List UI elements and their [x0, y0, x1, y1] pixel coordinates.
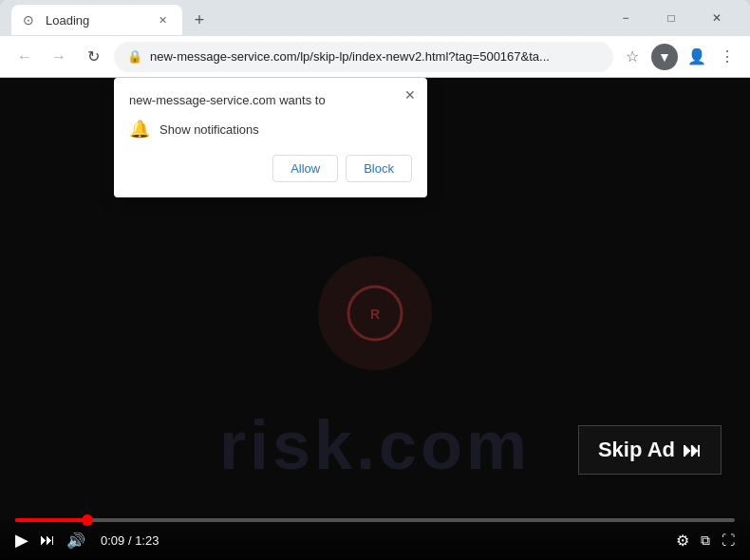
- progress-fill: [15, 518, 87, 522]
- controls-row: ▶ ⏭ 🔊 0:09 / 1:23 ⚙ ⧉ ⛶: [15, 530, 735, 551]
- tab-close-button[interactable]: ✕: [154, 11, 171, 28]
- allow-button[interactable]: Allow: [272, 155, 338, 182]
- bell-icon: 🔔: [129, 119, 150, 140]
- settings-button[interactable]: ⚙: [676, 532, 689, 550]
- video-controls: ▶ ⏭ 🔊 0:09 / 1:23 ⚙ ⧉ ⛶: [0, 511, 750, 560]
- refresh-button[interactable]: ↻: [80, 44, 106, 70]
- fullscreen-button[interactable]: ⛶: [722, 532, 735, 550]
- skip-ad-button[interactable]: Skip Ad ⏭: [578, 425, 722, 475]
- block-button[interactable]: Block: [346, 155, 412, 182]
- play-button[interactable]: ▶: [15, 530, 28, 551]
- progress-dot: [82, 514, 93, 526]
- volume-button[interactable]: 🔊: [66, 532, 85, 550]
- svg-text:R: R: [370, 307, 380, 322]
- close-button[interactable]: ✕: [695, 4, 739, 32]
- video-player[interactable]: risk.com R Skip Ad ⏭: [0, 78, 750, 560]
- forward-button[interactable]: →: [46, 44, 72, 70]
- bookmark-icon[interactable]: ☆: [621, 46, 644, 68]
- extension-icon[interactable]: ▼: [651, 44, 678, 70]
- content-area: risk.com R Skip Ad ⏭: [0, 78, 750, 560]
- minimize-button[interactable]: −: [604, 4, 647, 32]
- browser-window: ⊙ Loading ✕ + − □ ✕ ← → ↻ 🔒 new-message-…: [0, 0, 750, 560]
- watermark: risk.com: [219, 406, 531, 484]
- miniplayer-button[interactable]: ⧉: [701, 532, 710, 550]
- tab-favicon: ⊙: [23, 12, 38, 28]
- permission-row: 🔔 Show notifications: [129, 119, 412, 140]
- logo-overlay: R: [318, 256, 432, 370]
- permission-text: Show notifications: [159, 122, 259, 137]
- menu-icon[interactable]: ⋮: [716, 46, 739, 68]
- window-controls: − □ ✕: [604, 4, 739, 32]
- next-button[interactable]: ⏭: [40, 532, 55, 549]
- skip-icon: ⏭: [683, 439, 702, 461]
- notification-popup: ✕ new-message-service.com wants to 🔔 Sho…: [114, 78, 427, 197]
- new-tab-button[interactable]: +: [186, 7, 213, 33]
- title-bar: ⊙ Loading ✕ + − □ ✕: [0, 0, 750, 36]
- tab-bar: ⊙ Loading ✕ +: [11, 1, 604, 35]
- progress-bar[interactable]: [15, 518, 735, 522]
- active-tab[interactable]: ⊙ Loading ✕: [11, 5, 182, 35]
- right-controls: ⚙ ⧉ ⛶: [676, 532, 735, 550]
- lock-icon: 🔒: [127, 49, 142, 64]
- maximize-button[interactable]: □: [649, 4, 693, 32]
- popup-title: new-message-service.com wants to: [129, 93, 412, 107]
- tab-title: Loading: [46, 13, 146, 28]
- skip-ad-label: Skip Ad: [598, 438, 675, 462]
- url-text: new-message-service.com/lp/skip-lp/index…: [150, 49, 600, 64]
- time-display: 0:09 / 1:23: [101, 533, 159, 548]
- address-bar: ← → ↻ 🔒 new-message-service.com/lp/skip-…: [0, 36, 750, 78]
- address-field[interactable]: 🔒 new-message-service.com/lp/skip-lp/ind…: [114, 42, 613, 72]
- popup-buttons: Allow Block: [129, 155, 412, 182]
- logo-svg: R: [347, 285, 403, 342]
- popup-close-button[interactable]: ✕: [401, 85, 420, 104]
- back-button[interactable]: ←: [11, 44, 38, 70]
- profile-icon[interactable]: 👤: [685, 46, 708, 68]
